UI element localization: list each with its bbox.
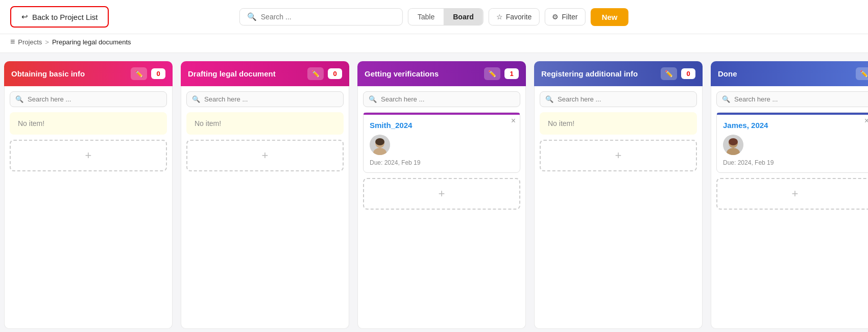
breadcrumb-separator: >	[45, 38, 49, 46]
column-search-input-col-5[interactable]	[734, 95, 868, 103]
filter-icon: ⚙	[552, 13, 559, 21]
task-card-col-5-0[interactable]: ×James, 2024 Due: 2024, Feb 19	[716, 112, 868, 173]
new-button[interactable]: New	[590, 8, 629, 26]
header-search-input[interactable]	[261, 13, 395, 21]
column-edit-button-col-5[interactable]: ✏️	[856, 67, 868, 80]
column-title-col-1: Obtaining basic info	[11, 69, 131, 78]
column-col-4: Registering additional info✏️0🔍 No item!…	[534, 61, 703, 329]
column-count-badge-col-4: 0	[681, 68, 695, 79]
column-count-badge-col-2: 0	[328, 68, 342, 79]
view-toggle: Table Board	[408, 8, 484, 25]
column-title-col-2: Drafting legal document	[188, 69, 307, 78]
star-icon: ☆	[496, 13, 503, 21]
breadcrumb-projects[interactable]: Projects	[18, 38, 42, 46]
column-edit-button-col-3[interactable]: ✏️	[484, 67, 500, 80]
column-edit-button-col-1[interactable]: ✏️	[131, 67, 147, 80]
search-icon: 🔍	[545, 95, 553, 103]
breadcrumb-icon: ≡	[10, 37, 15, 46]
column-edit-button-col-2[interactable]: ✏️	[307, 67, 324, 80]
task-title-col-5-0: James, 2024	[723, 121, 867, 130]
task-title-col-3-0: Smith_2024	[370, 121, 514, 130]
favorite-label: Favorite	[506, 13, 532, 21]
board: Obtaining basic info✏️0🔍 No item!+Drafti…	[0, 53, 868, 329]
column-search-col-2: 🔍	[186, 91, 344, 107]
filter-label: Filter	[562, 13, 577, 21]
favorite-button[interactable]: ☆ Favorite	[489, 8, 540, 25]
column-header-col-2: Drafting legal document✏️0	[181, 61, 349, 86]
no-item-col-1: No item!	[10, 112, 167, 135]
svg-point-6	[729, 138, 738, 145]
column-search-input-col-1[interactable]	[28, 95, 161, 103]
add-card-button-col-3[interactable]: +	[363, 178, 520, 210]
task-avatar-col-3-0	[370, 135, 390, 155]
search-icon: 🔍	[369, 95, 377, 103]
column-search-input-col-3[interactable]	[381, 95, 515, 103]
column-search-col-1: 🔍	[10, 91, 167, 107]
task-card-top-bar	[364, 113, 520, 115]
column-title-col-5: Done	[718, 69, 856, 78]
column-header-col-3: Getting verifications✏️1	[357, 61, 526, 86]
svg-point-2	[375, 138, 384, 145]
column-count-badge-col-1: 0	[151, 68, 165, 79]
add-card-button-col-4[interactable]: +	[540, 140, 697, 171]
column-body-col-2: 🔍 No item!+	[181, 86, 349, 329]
column-title-col-4: Registering additional info	[541, 69, 661, 78]
task-card-col-3-0[interactable]: ×Smith_2024 Due: 2024, Feb 19	[363, 112, 520, 173]
no-item-col-4: No item!	[540, 112, 697, 135]
header-center: 🔍 Table Board ☆ Favorite ⚙ Filter New	[239, 8, 629, 26]
search-icon: 🔍	[192, 95, 200, 103]
column-body-col-3: 🔍 ×Smith_2024 Due: 2024, Feb 19+	[357, 86, 526, 329]
task-card-top-bar	[717, 113, 868, 115]
column-col-5: Done✏️🔍 ×James, 2024 Due: 2024, Feb 19+	[711, 61, 868, 329]
column-col-3: Getting verifications✏️1🔍 ×Smith_2024 Du…	[357, 61, 526, 329]
no-item-col-2: No item!	[186, 112, 344, 135]
task-close-button-col-5-0[interactable]: ×	[864, 117, 868, 125]
add-card-button-col-1[interactable]: +	[10, 140, 167, 171]
column-search-input-col-4[interactable]	[558, 95, 691, 103]
task-due-col-5-0: Due: 2024, Feb 19	[723, 159, 867, 166]
column-edit-button-col-4[interactable]: ✏️	[661, 67, 677, 80]
search-icon: 🔍	[247, 12, 257, 21]
back-icon: ↩	[21, 12, 28, 21]
back-button-label: Back to Project List	[32, 13, 98, 21]
task-avatar-col-5-0	[723, 135, 743, 155]
breadcrumb-current-page: Preparing legal documents	[52, 38, 131, 46]
breadcrumb: ≡ Projects > Preparing legal documents	[0, 34, 868, 53]
column-count-badge-col-3: 1	[504, 68, 519, 79]
back-to-project-list-button[interactable]: ↩ Back to Project List	[10, 6, 109, 28]
column-header-col-5: Done✏️	[711, 61, 868, 86]
filter-button[interactable]: ⚙ Filter	[544, 8, 585, 25]
task-due-col-3-0: Due: 2024, Feb 19	[370, 159, 514, 166]
column-search-input-col-2[interactable]	[204, 95, 338, 103]
table-view-button[interactable]: Table	[408, 9, 444, 25]
column-body-col-4: 🔍 No item!+	[534, 86, 703, 329]
column-header-col-1: Obtaining basic info✏️0	[4, 61, 173, 86]
column-title-col-3: Getting verifications	[365, 69, 484, 78]
column-search-col-4: 🔍	[540, 91, 697, 107]
header: ↩ Back to Project List 🔍 Table Board ☆ F…	[0, 0, 868, 34]
column-header-col-4: Registering additional info✏️0	[534, 61, 703, 86]
search-icon: 🔍	[722, 95, 730, 103]
column-col-2: Drafting legal document✏️0🔍 No item!+	[181, 61, 349, 329]
header-search-bar: 🔍	[239, 8, 403, 25]
column-search-col-5: 🔍	[716, 91, 868, 107]
column-col-1: Obtaining basic info✏️0🔍 No item!+	[4, 61, 173, 329]
search-icon: 🔍	[15, 95, 23, 103]
board-view-button[interactable]: Board	[444, 9, 483, 25]
column-search-col-3: 🔍	[363, 91, 520, 107]
column-body-col-1: 🔍 No item!+	[4, 86, 173, 329]
add-card-button-col-2[interactable]: +	[186, 140, 344, 171]
task-close-button-col-3-0[interactable]: ×	[511, 117, 516, 125]
add-card-button-col-5[interactable]: +	[716, 178, 868, 210]
column-body-col-5: 🔍 ×James, 2024 Due: 2024, Feb 19+	[711, 86, 868, 329]
